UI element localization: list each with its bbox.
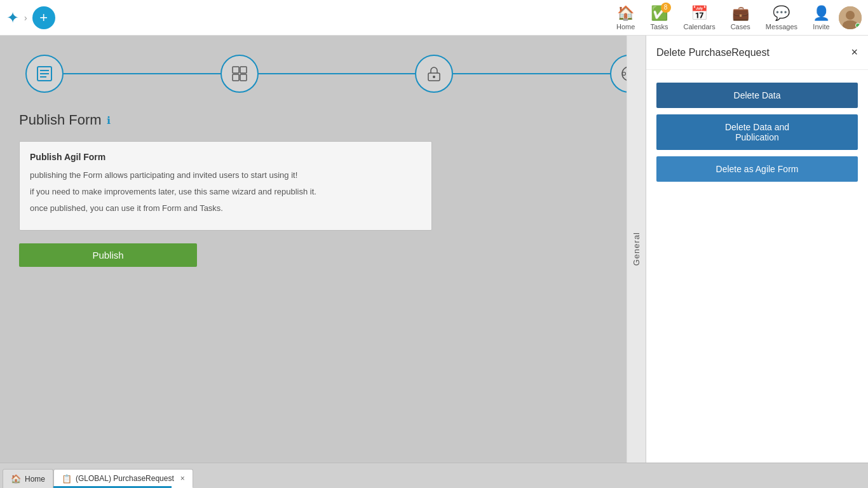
nav-invite[interactable]: 👤 Invite	[806, 3, 836, 33]
publish-card-line-3: once published, you can use it from Form…	[30, 203, 421, 214]
panel-content: Delete PurchaseRequest × Delete Data Del…	[646, 36, 868, 463]
svg-point-1	[846, 11, 855, 20]
page-title: Publish Form	[19, 112, 102, 128]
calendars-icon: 📅	[691, 5, 708, 22]
purchase-request-tab-icon: 📋	[62, 474, 72, 484]
cases-icon: 💼	[732, 5, 749, 22]
right-panel: General Delete PurchaseRequest × Delete …	[627, 36, 868, 463]
wizard-step-3[interactable]	[415, 55, 453, 93]
purchase-request-tab[interactable]: 📋 (GLOBAL) PurchaseRequest ×	[53, 469, 193, 488]
delete-agile-form-button[interactable]: Delete as Agile Form	[656, 156, 858, 182]
nav-left: ✦ › +	[0, 6, 127, 29]
publish-card-line-1: publishing the Form allows participating…	[30, 170, 421, 181]
panel-title: Delete PurchaseRequest	[656, 47, 770, 58]
svg-rect-10	[240, 74, 247, 81]
panel-header: Delete PurchaseRequest ×	[646, 36, 868, 70]
svg-rect-7	[233, 67, 239, 73]
top-navigation: ✦ › + 🏠 Home 8 ✅ Tasks 📅 Calendars 💼 Cas…	[0, 0, 868, 36]
bottom-bar: 🏠 Home 📋 (GLOBAL) PurchaseRequest ×	[0, 463, 868, 488]
publish-card-line-2: if you need to make improvements later, …	[30, 186, 421, 198]
purchase-request-tab-label: (GLOBAL) PurchaseRequest	[76, 474, 174, 483]
home-icon: 🏠	[617, 5, 634, 22]
invite-icon: 👤	[813, 5, 830, 22]
breadcrumb-arrow: ›	[24, 13, 27, 23]
calendars-label: Calendars	[684, 23, 715, 30]
nav-home[interactable]: 🏠 Home	[610, 3, 641, 33]
nav-calendars[interactable]: 📅 Calendars	[677, 3, 722, 33]
general-tab[interactable]: General	[627, 36, 646, 463]
home-tab-icon: 🏠	[11, 474, 21, 484]
publish-card: Publish Agil Form publishing the Form al…	[19, 141, 432, 231]
svg-point-14	[622, 72, 625, 76]
wizard-step-1[interactable]	[25, 55, 64, 93]
nav-cases[interactable]: 💼 Cases	[724, 3, 757, 33]
svg-rect-8	[240, 67, 247, 73]
delete-data-button[interactable]: Delete Data	[656, 83, 858, 108]
online-indicator	[855, 23, 860, 28]
messages-icon: 💬	[773, 5, 790, 22]
tasks-badge: 8	[661, 3, 671, 13]
delete-data-publication-button[interactable]: Delete Data andPublication	[656, 114, 858, 150]
home-tab-label: Home	[25, 475, 45, 484]
tasks-label: Tasks	[650, 23, 668, 30]
step-line-3	[453, 73, 610, 74]
home-tab[interactable]: 🏠 Home	[3, 469, 53, 488]
nav-tasks[interactable]: 8 ✅ Tasks	[644, 3, 674, 33]
nav-right: 🏠 Home 8 ✅ Tasks 📅 Calendars 💼 Cases 💬 M…	[610, 3, 868, 33]
messages-label: Messages	[766, 23, 797, 30]
home-label: Home	[616, 23, 635, 30]
svg-rect-9	[233, 74, 239, 81]
publish-button[interactable]: Publish	[19, 243, 197, 267]
step-line-2	[259, 73, 416, 74]
general-tab-label: General	[632, 232, 641, 266]
step-line-1	[64, 73, 220, 74]
purchase-request-tab-close[interactable]: ×	[180, 474, 185, 483]
panel-close-button[interactable]: ×	[851, 46, 858, 59]
add-button[interactable]: +	[32, 6, 55, 29]
logo-icon[interactable]: ✦	[6, 9, 19, 27]
publish-card-title: Publish Agil Form	[30, 152, 421, 162]
svg-point-12	[433, 76, 435, 78]
panel-buttons: Delete Data Delete Data andPublication D…	[646, 70, 868, 194]
invite-label: Invite	[813, 23, 829, 30]
cases-label: Cases	[731, 23, 750, 30]
user-avatar[interactable]	[839, 6, 862, 29]
info-icon[interactable]: ℹ	[107, 114, 111, 126]
nav-messages[interactable]: 💬 Messages	[759, 3, 804, 33]
wizard-step-2[interactable]	[220, 55, 259, 93]
